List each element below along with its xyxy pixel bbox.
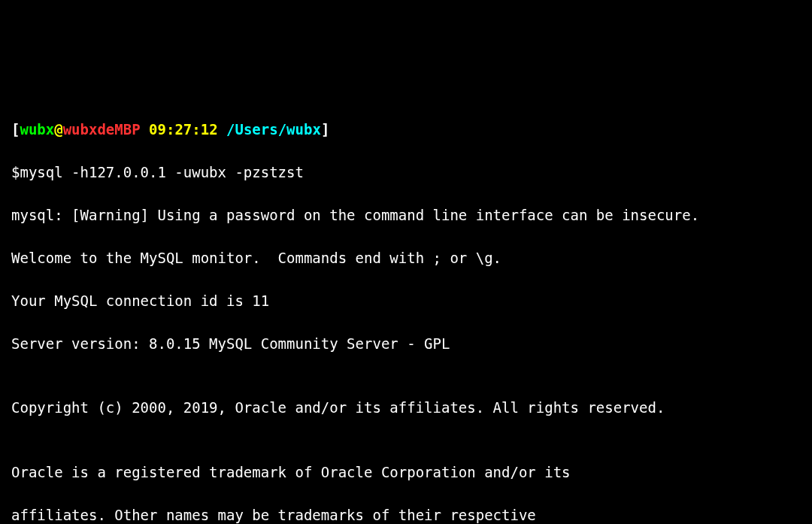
prompt-at: @ — [54, 121, 62, 138]
output-line: Your MySQL connection id is 11 — [11, 290, 801, 312]
output-line: Copyright (c) 2000, 2019, Oracle and/or … — [11, 397, 801, 419]
output-line: Welcome to the MySQL monitor. Commands e… — [11, 247, 801, 269]
command-1: $mysql -h127.0.0.1 -uwubx -pzstzst — [11, 162, 801, 183]
prompt-host: wubxdeMBP — [63, 121, 141, 138]
output-line: affiliates. Other names may be trademark… — [11, 504, 801, 525]
terminal-output[interactable]: [wubx@wubxdeMBP 09:27:12 /Users/wubx] $m… — [11, 97, 801, 524]
bracket-open: [ — [11, 121, 20, 138]
prompt-time: 09:27:12 — [149, 121, 218, 138]
prompt-path: /Users/wubx — [226, 121, 321, 138]
output-line: Oracle is a registered trademark of Orac… — [11, 462, 801, 483]
prompt-user: wubx — [20, 121, 54, 138]
bracket-close: ] — [321, 121, 329, 138]
prompt-line-1: [wubx@wubxdeMBP 09:27:12 /Users/wubx] — [11, 119, 801, 141]
output-line: Server version: 8.0.15 MySQL Community S… — [11, 333, 801, 355]
output-line: mysql: [Warning] Using a password on the… — [11, 204, 801, 226]
